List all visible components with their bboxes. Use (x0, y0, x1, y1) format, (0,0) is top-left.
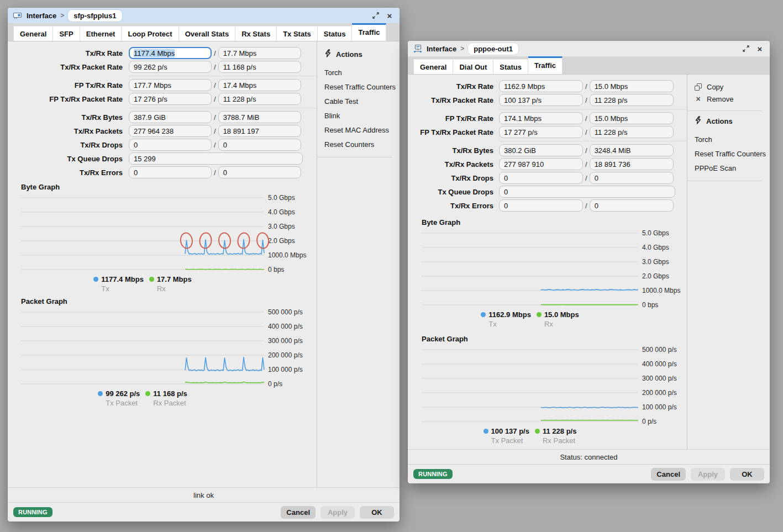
field-tx-rx-errors-1[interactable]: 0 (499, 199, 583, 212)
legend-series-label: Tx (101, 285, 144, 293)
field-tx-rx-packet-rate-1[interactable]: 100 137 p/s (499, 94, 583, 106)
field-tx-rx-drops-1[interactable]: 0 (129, 139, 212, 151)
field-tx-rx-bytes-2[interactable]: 3248.4 MiB (590, 144, 674, 156)
link-status-text: link ok (193, 491, 214, 499)
tab-rx-stats[interactable]: Rx Stats (235, 26, 277, 41)
field-tx-rx-packets-2[interactable]: 18 891 736 (590, 158, 674, 170)
field-tx-rx-rate-1[interactable]: 1177.4 Mbps (129, 47, 212, 59)
field-value: 174.1 Mbps (504, 114, 542, 123)
traffic-graphs: Byte Graph5.0 Gbps4.0 Gbps3.0 Gbps2.0 Gb… (413, 218, 687, 445)
cancel-button[interactable]: Cancel (281, 506, 316, 519)
y-axis-label: 300 000 p/s (268, 337, 303, 345)
field-value: 17 276 p/s (134, 95, 167, 103)
cancel-button[interactable]: Cancel (651, 468, 686, 481)
slash-separator: / (585, 82, 587, 91)
tab-overall-stats[interactable]: Overall Stats (179, 26, 236, 41)
tab-tx-stats[interactable]: Tx Stats (277, 26, 318, 41)
slash-separator: / (585, 174, 587, 182)
detach-icon[interactable] (741, 44, 751, 54)
field-tx-rx-errors-1[interactable]: 0 (129, 166, 212, 178)
field-tx-rx-drops-1[interactable]: 0 (499, 172, 583, 184)
action-reset-traffic-counters[interactable]: Reset Traffic Counters (324, 80, 400, 94)
field-tx-queue-drops-1[interactable]: 15 299 (129, 152, 303, 165)
field-tx-rx-packets-2[interactable]: 18 891 197 (218, 125, 301, 137)
field-tx-rx-packet-rate-2[interactable]: 11 228 p/s (590, 94, 674, 106)
field-fp-tx-rx-rate-1[interactable]: 177.7 Mbps (129, 79, 212, 91)
apply-button[interactable]: Apply (691, 468, 725, 481)
tab-dial-out[interactable]: Dial Out (453, 59, 493, 74)
field-tx-rx-drops-2[interactable]: 0 (218, 139, 301, 151)
y-axis-label: 2.0 Gbps (642, 272, 669, 280)
tab-ethernet[interactable]: Ethernet (80, 26, 122, 41)
graph-byte-graph: Byte Graph5.0 Gbps4.0 Gbps3.0 Gbps2.0 Gb… (21, 183, 317, 293)
tab-traffic[interactable]: Traffic (528, 56, 563, 74)
field-value: 1162.9 Mbps (504, 82, 545, 91)
field-tx-queue-drops-1[interactable]: 0 (499, 186, 675, 198)
field-value: 0 (134, 168, 138, 177)
field-fp-tx-rx-rate-1[interactable]: 174.1 Mbps (499, 112, 583, 124)
tab-general[interactable]: General (413, 59, 453, 74)
field-fp-tx-rx-packet-rate-2[interactable]: 11 228 p/s (218, 93, 301, 105)
field-row-fp-tx-rx-rate: FP Tx/Rx Rate174.1 Mbps/15.0 Mbps (413, 112, 687, 124)
field-fp-tx-rx-packet-rate-2[interactable]: 11 228 p/s (590, 126, 674, 138)
legend-item-tx-packet: 99 262 p/sTx Packet (98, 389, 140, 407)
action-reset-counters[interactable]: Reset Counters (324, 138, 400, 152)
tab-loop-protect[interactable]: Loop Protect (122, 26, 178, 41)
sidebar-divider (687, 110, 762, 111)
action-blink[interactable]: Blink (324, 109, 400, 123)
field-value: 99 262 p/s (134, 63, 167, 71)
field-tx-rx-rate-2[interactable]: 15.0 Mbps (590, 80, 674, 92)
field-tx-rx-drops-2[interactable]: 0 (590, 172, 674, 184)
field-label: Tx/Rx Bytes (413, 146, 493, 155)
field-fp-tx-rx-rate-2[interactable]: 15.0 Mbps (590, 112, 674, 124)
field-fp-tx-rx-packet-rate-1[interactable]: 17 276 p/s (129, 93, 212, 105)
tab-general[interactable]: General (13, 26, 53, 41)
close-icon[interactable]: × (385, 10, 395, 20)
quick-action-remove[interactable]: ×Remove (695, 93, 770, 106)
tab-status[interactable]: Status (318, 26, 353, 41)
field-label: Tx/Rx Drops (413, 174, 493, 182)
field-tx-rx-packets-1[interactable]: 277 964 238 (129, 125, 212, 137)
actions-header-label: Actions (706, 117, 733, 125)
action-torch[interactable]: Torch (695, 133, 770, 147)
apply-button[interactable]: Apply (320, 506, 355, 519)
field-fp-tx-rx-rate-2[interactable]: 17.4 Mbps (218, 79, 301, 91)
action-reset-traffic-counters[interactable]: Reset Traffic Counters (695, 147, 770, 161)
field-value: 11 228 p/s (595, 96, 628, 104)
tab-traffic[interactable]: Traffic (352, 23, 386, 41)
window-sfp-sfpplus1: Interface > sfp-sfpplus1 × GeneralSFPEth… (8, 8, 400, 522)
ok-button[interactable]: OK (360, 506, 394, 519)
field-fp-tx-rx-packet-rate-1[interactable]: 17 277 p/s (499, 126, 583, 138)
field-tx-rx-packets-1[interactable]: 277 987 910 (499, 158, 583, 170)
group-divider (499, 109, 687, 109)
sidebar-divider (687, 181, 762, 181)
ok-button[interactable]: OK (730, 468, 764, 481)
graph-title: Packet Graph (422, 335, 687, 343)
tab-sfp[interactable]: SFP (53, 26, 80, 41)
field-tx-rx-packet-rate-2[interactable]: 11 168 p/s (218, 61, 301, 73)
quick-action-copy[interactable]: Copy (695, 81, 770, 93)
detach-icon[interactable] (371, 10, 381, 20)
tab-status[interactable]: Status (493, 59, 528, 74)
action-reset-mac-address[interactable]: Reset MAC Address (324, 123, 400, 138)
action-cable-test[interactable]: Cable Test (324, 94, 400, 109)
field-value: 277 987 910 (504, 160, 544, 168)
field-tx-rx-rate-1[interactable]: 1162.9 Mbps (499, 80, 583, 92)
field-tx-rx-bytes-1[interactable]: 387.9 GiB (129, 111, 212, 123)
field-tx-rx-errors-2[interactable]: 0 (590, 199, 674, 212)
series-tx (541, 289, 638, 290)
field-tx-rx-errors-2[interactable]: 0 (218, 166, 301, 178)
series-tx (185, 239, 264, 254)
field-tx-rx-packet-rate-1[interactable]: 99 262 p/s (129, 61, 212, 73)
close-icon[interactable]: × (755, 44, 765, 54)
field-tx-rx-rate-2[interactable]: 17.7 Mbps (218, 47, 301, 59)
traffic-graphs: Byte Graph5.0 Gbps4.0 Gbps3.0 Gbps2.0 Gb… (13, 183, 317, 407)
action-torch[interactable]: Torch (324, 66, 400, 80)
y-axis-label: 2.0 Gbps (268, 237, 295, 245)
slash-separator: / (585, 202, 587, 210)
action-pppoe-scan[interactable]: PPPoE Scan (695, 161, 770, 176)
field-row-tx-rx-packets: Tx/Rx Packets277 987 910/18 891 736 (413, 158, 687, 170)
field-tx-rx-bytes-1[interactable]: 380.2 GiB (499, 144, 583, 156)
field-tx-rx-bytes-2[interactable]: 3788.7 MiB (218, 111, 301, 123)
field-row-tx-rx-errors: Tx/Rx Errors0/0 (413, 199, 687, 212)
